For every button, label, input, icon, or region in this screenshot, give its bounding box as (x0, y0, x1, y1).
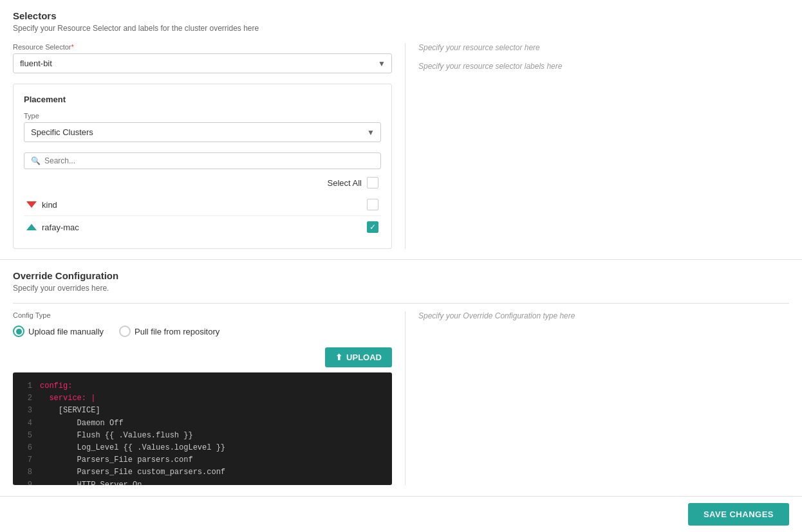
save-changes-button[interactable]: SAVE CHANGES (688, 503, 789, 526)
override-title: Override Configuration (13, 270, 789, 281)
cluster-name-kind: kind (42, 200, 57, 210)
search-icon: 🔍 (31, 156, 41, 165)
cluster-row-rafay-mac: rafay-mac (24, 216, 381, 238)
cluster-status-icon-kind (26, 201, 37, 208)
selectors-right-panel: Specify your resource selector here Spec… (406, 43, 789, 249)
placement-title: Placement (24, 95, 381, 104)
cluster-info-rafay-mac: rafay-mac (26, 223, 79, 232)
config-type-radio-group: Upload file manually Pull file from repo… (13, 326, 392, 337)
radio-circle-pull (119, 326, 131, 337)
upload-button[interactable]: ⬆ UPLOAD (325, 347, 392, 367)
divider (13, 303, 789, 304)
selectors-content: Resource Selector* fluent-bit ▼ Placemen… (13, 43, 789, 249)
override-content: Config Type Upload file manually Pull fi… (13, 311, 789, 485)
select-all-checkbox[interactable] (367, 177, 378, 188)
upload-button-label: UPLOAD (346, 353, 382, 362)
resource-selector-label: Resource Selector* (13, 43, 392, 51)
code-editor[interactable]: 12345 678910 1112131415 config: service:… (13, 372, 392, 485)
cluster-status-icon-rafay-mac (26, 224, 37, 230)
select-all-row: Select All (24, 177, 381, 188)
resource-selector-labels-hint: Specify your resource selector labels he… (418, 62, 789, 71)
resource-selector-hint: Specify your resource selector here (418, 43, 789, 52)
cluster-search-input[interactable] (44, 156, 374, 165)
radio-option-pull[interactable]: Pull file from repository (119, 326, 219, 337)
override-section: Override Configuration Specify your over… (0, 260, 802, 496)
selectors-title: Selectors (13, 10, 789, 21)
code-content: config: service: | [SERVICE] Daemon Off … (40, 380, 384, 477)
cluster-checkbox-rafay-mac[interactable] (367, 221, 378, 233)
cluster-name-rafay-mac: rafay-mac (42, 223, 79, 232)
override-left-panel: Config Type Upload file manually Pull fi… (13, 311, 406, 485)
config-type-label: Config Type (13, 311, 392, 319)
placement-box: Placement Type Specific Clusters ▼ 🔍 Sel… (13, 84, 392, 249)
cluster-info-kind: kind (26, 200, 57, 210)
select-all-label: Select All (328, 178, 362, 188)
type-select-wrapper: Specific Clusters ▼ (24, 122, 381, 142)
override-right-panel: Specify your Override Configuration type… (406, 311, 789, 485)
radio-label-upload: Upload file manually (28, 327, 104, 336)
selectors-section: Selectors Specify your Resource Selector… (0, 0, 802, 260)
line-numbers: 12345 678910 1112131415 (21, 380, 40, 477)
cluster-search-box[interactable]: 🔍 (24, 152, 381, 169)
upload-btn-row: ⬆ UPLOAD (13, 347, 392, 372)
type-select[interactable]: Specific Clusters (24, 122, 381, 142)
override-config-type-hint: Specify your Override Configuration type… (418, 311, 789, 320)
selectors-left-panel: Resource Selector* fluent-bit ▼ Placemen… (13, 43, 406, 249)
page-container: Selectors Specify your Resource Selector… (0, 0, 802, 532)
radio-label-pull: Pull file from repository (135, 327, 219, 336)
radio-circle-upload (13, 326, 24, 337)
resource-selector-wrapper: fluent-bit ▼ (13, 53, 392, 73)
cluster-checkbox-kind[interactable] (367, 199, 378, 210)
resource-selector-select[interactable]: fluent-bit (13, 53, 392, 73)
override-description: Specify your overrides here. (13, 284, 789, 293)
footer: SAVE CHANGES (0, 496, 802, 532)
type-label: Type (24, 112, 381, 120)
upload-icon: ⬆ (335, 353, 342, 362)
radio-option-upload[interactable]: Upload file manually (13, 326, 104, 337)
cluster-row-kind: kind (24, 194, 381, 216)
selectors-description: Specify your Resource Selector and label… (13, 24, 789, 33)
